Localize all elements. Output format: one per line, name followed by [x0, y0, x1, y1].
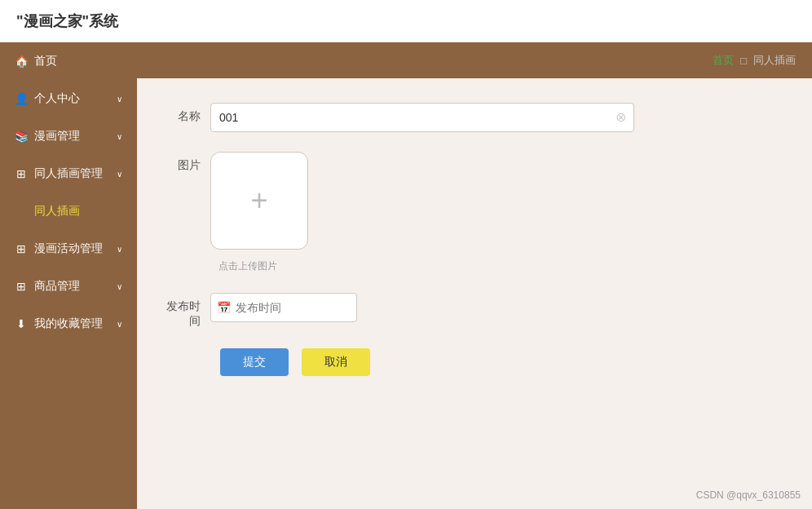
- profile-icon: 👤: [15, 92, 28, 105]
- clear-icon[interactable]: ⊗: [616, 111, 626, 124]
- watermark: CSDN @qqvx_6310855: [696, 489, 801, 501]
- sidebar-item-manga-label: 漫画管理: [34, 129, 80, 144]
- form-container: 名称 ⊗ 图片 + 点击上传图片 发布时间: [137, 78, 812, 401]
- chevron-down-icon5: ∨: [117, 282, 122, 291]
- upload-hint: 点击上传图片: [210, 259, 277, 273]
- button-row: 提交 取消: [161, 348, 788, 376]
- sidebar-item-manga[interactable]: 📚 漫画管理 ∨: [0, 117, 137, 155]
- date-row: 发布时间 📅: [161, 293, 788, 329]
- collect-icon: ⬇: [15, 317, 28, 330]
- calendar-icon: 📅: [217, 301, 231, 314]
- image-label: 图片: [161, 152, 210, 173]
- sidebar-item-doujin-mgmt-label: 同人插画管理: [34, 166, 103, 181]
- manga-icon: 📚: [15, 130, 28, 143]
- sidebar: 🏠 首页 👤 个人中心 ∨ 📚 漫画管理 ∨ ⊞ 同人插画管理 ∨ 同人插画 ⊞…: [0, 42, 137, 509]
- cancel-button[interactable]: 取消: [302, 348, 370, 376]
- doujin-icon: [15, 205, 28, 218]
- main-content: 首页 □ 同人插画 名称 ⊗ 图片 + 点击上传图: [137, 42, 812, 509]
- sidebar-item-doujin-label: 同人插画: [34, 204, 80, 219]
- submit-button[interactable]: 提交: [220, 348, 289, 376]
- sidebar-item-collect[interactable]: ⬇ 我的收藏管理 ∨: [0, 305, 137, 343]
- chevron-down-icon: ∨: [117, 95, 122, 104]
- main-layout: 🏠 首页 👤 个人中心 ∨ 📚 漫画管理 ∨ ⊞ 同人插画管理 ∨ 同人插画 ⊞…: [0, 42, 812, 509]
- activity-icon: ⊞: [15, 242, 28, 255]
- breadcrumb-current: 同人插画: [753, 53, 796, 68]
- sidebar-item-activity-label: 漫画活动管理: [34, 241, 103, 256]
- sidebar-item-activity[interactable]: ⊞ 漫画活动管理 ∨: [0, 230, 137, 268]
- sidebar-item-home-label: 首页: [34, 54, 57, 69]
- date-label: 发布时间: [161, 293, 210, 329]
- home-icon: 🏠: [15, 55, 28, 68]
- plus-icon: +: [250, 184, 267, 218]
- sidebar-item-home[interactable]: 🏠 首页: [0, 42, 137, 80]
- chevron-down-icon3: ∨: [117, 170, 122, 179]
- sidebar-item-collect-label: 我的收藏管理: [34, 316, 103, 331]
- name-input-wrapper: ⊗: [210, 103, 634, 132]
- chevron-down-icon2: ∨: [117, 132, 122, 141]
- doujin-mgmt-icon: ⊞: [15, 167, 28, 180]
- app-header: "漫画之家"系统: [0, 0, 812, 42]
- name-input[interactable]: [210, 103, 634, 132]
- date-input[interactable]: [210, 293, 357, 322]
- upload-section: + 点击上传图片: [210, 152, 308, 273]
- name-row: 名称 ⊗: [161, 103, 788, 132]
- chevron-down-icon6: ∨: [117, 320, 122, 329]
- date-input-wrapper: 📅: [210, 293, 357, 322]
- breadcrumb-home[interactable]: 首页: [713, 53, 734, 68]
- sidebar-item-doujin[interactable]: 同人插画: [0, 193, 137, 230]
- breadcrumb-separator: □: [740, 55, 747, 67]
- sidebar-item-goods[interactable]: ⊞ 商品管理 ∨: [0, 268, 137, 305]
- goods-icon: ⊞: [15, 280, 28, 293]
- chevron-down-icon4: ∨: [117, 245, 122, 254]
- sidebar-item-doujin-mgmt[interactable]: ⊞ 同人插画管理 ∨: [0, 155, 137, 193]
- app-title: "漫画之家"系统: [16, 11, 118, 31]
- sidebar-item-profile-label: 个人中心: [34, 91, 80, 106]
- image-row: 图片 + 点击上传图片: [161, 152, 788, 273]
- name-label: 名称: [161, 103, 210, 124]
- upload-box[interactable]: +: [210, 152, 308, 250]
- breadcrumb-bar: 首页 □ 同人插画: [137, 42, 812, 78]
- sidebar-item-goods-label: 商品管理: [34, 279, 80, 294]
- sidebar-item-profile[interactable]: 👤 个人中心 ∨: [0, 80, 137, 117]
